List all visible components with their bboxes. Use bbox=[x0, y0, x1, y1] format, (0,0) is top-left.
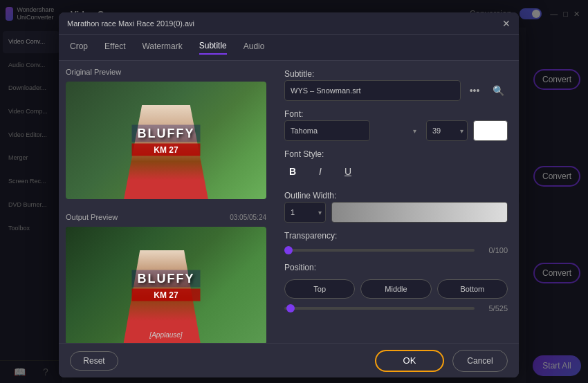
underline-button[interactable]: U bbox=[340, 163, 356, 180]
font-size-select[interactable]: 39 12 24 48 bbox=[426, 120, 468, 141]
cancel-button[interactable]: Cancel bbox=[452, 350, 508, 372]
original-preview-label: Original Preview bbox=[66, 68, 266, 76]
output-subtitle-text: BLUFFY bbox=[132, 270, 201, 288]
font-section: Font: Tahoma Arial Times New Roman 39 bbox=[284, 109, 508, 141]
outline-width-wrapper: 1 2 3 4 5 bbox=[284, 202, 326, 223]
output-preview-label: Output Preview bbox=[66, 213, 118, 221]
preview-panel: Original Preview BLUFFY KM 27 bbox=[59, 61, 273, 377]
outline-color-picker[interactable] bbox=[331, 202, 508, 223]
outline-label: Outline Width: bbox=[284, 191, 508, 200]
position-buttons: Top Middle Bottom bbox=[284, 279, 508, 299]
font-row: Tahoma Arial Times New Roman 39 12 24 48 bbox=[284, 120, 508, 141]
original-preview-video: BLUFFY KM 27 bbox=[66, 82, 266, 199]
position-value: 5/525 bbox=[480, 304, 508, 312]
dialog-footer: Reset OK Cancel bbox=[59, 343, 519, 377]
ok-button[interactable]: OK bbox=[375, 350, 444, 372]
position-section: Position: Top Middle Bottom 5/525 bbox=[284, 263, 508, 312]
outline-width-select[interactable]: 1 2 3 4 5 bbox=[284, 202, 326, 223]
position-top-button[interactable]: Top bbox=[284, 279, 355, 299]
search-icon: 🔍 bbox=[493, 85, 504, 96]
font-select[interactable]: Tahoma Arial Times New Roman bbox=[284, 120, 370, 141]
subtitle-text-bluffy: BLUFFY bbox=[132, 125, 201, 142]
tab-effect[interactable]: Effect bbox=[104, 41, 125, 54]
outline-row: 1 2 3 4 5 bbox=[284, 202, 508, 223]
output-header: Output Preview 03:05/05:24 bbox=[66, 213, 266, 221]
subtitle-text-km: KM 27 bbox=[132, 144, 201, 156]
position-slider-row: 5/525 bbox=[284, 304, 508, 312]
dialog-body: Original Preview BLUFFY KM 27 bbox=[59, 61, 519, 377]
position-middle-button[interactable]: Middle bbox=[360, 279, 431, 299]
output-time: 03:05/05:24 bbox=[230, 214, 266, 221]
settings-panel: Subtitle: ••• 🔍 Font: bbox=[273, 61, 519, 377]
dialog-titlebar: Marathon race Maxi Race 2019(0).avi ✕ bbox=[59, 12, 519, 35]
output-subtitle-overlay: BLUFFY KM 27 bbox=[132, 270, 201, 301]
font-label: Font: bbox=[284, 109, 508, 119]
spacer bbox=[66, 205, 266, 207]
video-background: BLUFFY KM 27 bbox=[66, 82, 266, 199]
more-icon: ••• bbox=[470, 85, 480, 96]
transparency-slider[interactable] bbox=[284, 249, 475, 252]
more-options-button[interactable]: ••• bbox=[465, 81, 484, 100]
subtitle-section: Subtitle: ••• 🔍 bbox=[284, 69, 508, 101]
dialog-close-button[interactable]: ✕ bbox=[502, 18, 511, 29]
output-video-background: BLUFFY KM 27 [Applause] bbox=[66, 227, 266, 344]
dialog-title: Marathon race Maxi Race 2019(0).avi bbox=[67, 19, 194, 28]
font-style-label: Font Style: bbox=[284, 149, 508, 159]
font-color-swatch[interactable] bbox=[473, 120, 508, 141]
tab-crop[interactable]: Crop bbox=[70, 41, 88, 54]
position-label: Position: bbox=[284, 263, 508, 272]
font-size-wrapper: 39 12 24 48 bbox=[426, 120, 468, 141]
font-style-row: B I U bbox=[284, 160, 508, 183]
applause-text: [Applause] bbox=[149, 331, 182, 339]
subtitle-file-input[interactable] bbox=[284, 80, 461, 101]
tab-watermark[interactable]: Watermark bbox=[142, 41, 182, 54]
output-subtitle-km: KM 27 bbox=[132, 289, 201, 301]
search-subtitle-button[interactable]: 🔍 bbox=[488, 81, 508, 100]
position-slider[interactable] bbox=[284, 307, 475, 310]
subtitle-file-row: ••• 🔍 bbox=[284, 80, 508, 101]
transparency-section: Transparency: 0/100 bbox=[284, 231, 508, 254]
font-style-section: Font Style: B I U bbox=[284, 149, 508, 183]
outline-section: Outline Width: 1 2 3 4 5 bbox=[284, 191, 508, 223]
transparency-slider-row: 0/100 bbox=[284, 246, 508, 254]
transparency-value: 0/100 bbox=[480, 246, 508, 254]
subtitle-label: Subtitle: bbox=[284, 69, 508, 79]
transparency-label: Transparency: bbox=[284, 231, 508, 241]
output-preview-video: BLUFFY KM 27 [Applause] bbox=[66, 227, 266, 344]
dialog-overlay: Marathon race Maxi Race 2019(0).avi ✕ Cr… bbox=[0, 0, 588, 383]
italic-button[interactable]: I bbox=[312, 163, 329, 180]
position-bottom-button[interactable]: Bottom bbox=[437, 279, 508, 299]
outline-gradient bbox=[332, 203, 507, 222]
tab-audio[interactable]: Audio bbox=[244, 41, 265, 54]
font-select-wrapper: Tahoma Arial Times New Roman bbox=[284, 120, 421, 141]
subtitle-dialog: Marathon race Maxi Race 2019(0).avi ✕ Cr… bbox=[59, 12, 519, 377]
subtitle-overlay: BLUFFY KM 27 bbox=[132, 125, 201, 156]
tab-subtitle[interactable]: Subtitle bbox=[199, 41, 227, 55]
bold-button[interactable]: B bbox=[284, 163, 301, 180]
reset-button[interactable]: Reset bbox=[70, 351, 118, 371]
dialog-tabs: Crop Effect Watermark Subtitle Audio bbox=[59, 35, 519, 61]
